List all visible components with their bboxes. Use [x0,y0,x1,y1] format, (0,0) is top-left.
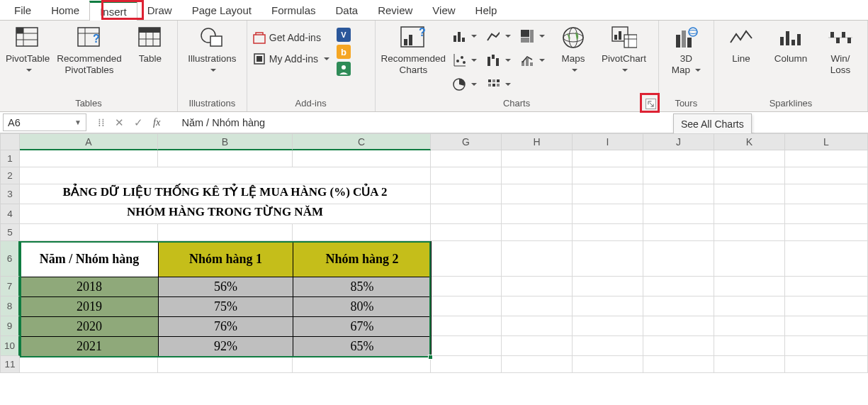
tab-help[interactable]: Help [466,1,507,19]
row-header-2[interactable]: 2 [0,167,20,184]
tab-draw[interactable]: Draw [137,1,182,19]
chart-combo-button[interactable] [521,52,545,69]
title-line-2: NHÓM HÀNG TRONG TỪNG NĂM [20,204,431,224]
chart-treemap-button[interactable] [521,28,545,45]
illustrations-button[interactable]: Illustrations [188,25,236,76]
enter-icon[interactable]: ✓ [134,117,143,128]
cell-B6[interactable]: Nhóm hàng 1 [159,242,293,277]
chart-pie-button[interactable] [453,76,477,93]
svg-rect-49 [497,79,500,82]
svg-rect-16 [254,35,265,43]
col-header-I[interactable]: I [573,133,643,150]
sparkline-line-button[interactable]: Line [720,25,762,65]
sparkline-line-icon [728,25,754,50]
worksheet-grid[interactable]: A B C G H I J K L 1 2 3BẢNG DỮ LIỆU THỐN… [0,133,868,373]
col-header-H[interactable]: H [502,133,573,150]
my-addins-button[interactable]: My Add-ins [253,50,329,67]
row-header-7[interactable]: 7 [0,277,20,296]
col-header-B[interactable]: B [158,133,293,150]
name-box[interactable]: A6 ▼ [3,113,86,131]
cancel-icon[interactable]: ✕ [115,117,124,128]
cell-B9[interactable]: 76% [159,317,293,337]
col-header-K[interactable]: K [714,133,785,150]
row-header-6[interactable]: 6 [0,241,20,277]
row-header-9[interactable]: 9 [0,316,20,336]
cell-B10[interactable]: 92% [159,337,293,357]
col-header-L[interactable]: L [785,133,868,150]
svg-rect-48 [492,79,495,82]
group-label-charts: Charts [381,98,653,110]
chart-surface-button[interactable] [487,76,511,93]
chart-column-button[interactable] [453,28,477,45]
row-header-4[interactable]: 4 [0,204,20,224]
combo-chart-icon [521,54,534,67]
tab-home[interactable]: Home [41,1,89,19]
col-header-C[interactable]: C [293,133,431,150]
row-header-3[interactable]: 3 [0,184,20,204]
row-header-1[interactable]: 1 [0,150,20,167]
cell-C10[interactable]: 65% [293,337,432,357]
svg-text:?: ? [419,26,426,38]
chart-line-button[interactable] [487,28,511,45]
surface-icon [487,78,500,91]
svg-point-53 [563,28,583,48]
tab-formulas[interactable]: Formulas [261,1,326,19]
cell-A8[interactable]: 2019 [21,297,159,317]
cell-B7[interactable]: 56% [159,277,293,297]
sparkline-winloss-button[interactable]: Win/Loss [819,25,862,76]
maps-button[interactable]: Maps [552,25,594,76]
cell-A10[interactable]: 2021 [21,337,159,357]
col-header-J[interactable]: J [643,133,714,150]
cell-C9[interactable]: 67% [293,317,432,337]
tab-data[interactable]: Data [325,1,368,19]
cell-C8[interactable]: 80% [293,297,432,317]
cell-B8[interactable]: 75% [159,297,293,317]
col-header-G[interactable]: G [431,133,502,150]
addins-icon [253,52,266,65]
row-header-11[interactable]: 11 [0,356,20,373]
svg-rect-67 [780,37,784,45]
cell-A6[interactable]: Năm / Nhóm hàng [21,242,159,277]
tab-file[interactable]: File [4,1,41,19]
formula-content[interactable]: Năm / Nhóm hàng [169,117,868,128]
group-sparklines: Line Column Win/Loss Sparklines [714,21,868,111]
select-all-corner[interactable] [0,133,20,150]
svg-rect-59 [624,35,637,48]
row-header-5[interactable]: 5 [0,224,20,241]
cell-A7[interactable]: 2018 [21,277,159,297]
charts-dialog-launcher[interactable] [646,99,656,109]
cell-C6[interactable]: Nhóm hàng 2 [293,242,432,277]
recommended-charts-icon: ? [400,25,426,50]
recommended-charts-button[interactable]: ? RecommendedCharts [381,25,446,76]
chart-waterfall-button[interactable] [487,52,511,69]
sort-icon[interactable]: ⁞⁞ [98,117,105,128]
col-header-A[interactable]: A [20,133,158,150]
cell-A9[interactable]: 2020 [21,317,159,337]
group-label-addins: Add-ins [253,98,369,110]
bing-icon[interactable]: b [337,45,351,59]
row-header-8[interactable]: 8 [0,296,20,316]
sparkline-column-button[interactable]: Column [770,25,812,65]
sparkline-column-icon [778,25,804,50]
table-button[interactable]: Table [129,25,171,65]
tab-insert[interactable]: Insert [89,1,137,21]
tooltip-see-all-charts: See All Charts [673,113,752,135]
get-addins-button[interactable]: Get Add-ins [253,29,329,46]
tab-page-layout[interactable]: Page Layout [182,1,261,19]
pivottable-button[interactable]: PivotTable [6,25,50,76]
people-icon[interactable] [337,62,351,76]
cell-C7[interactable]: 85% [293,277,432,297]
ribbon-tabs: File Home Insert Draw Page Layout Formul… [0,0,868,20]
fx-icon[interactable]: fx [153,116,160,128]
chart-scatter-button[interactable] [453,52,477,69]
visio-icon[interactable]: V [337,28,351,42]
group-illustrations: Illustrations Illustrations [178,21,247,111]
3d-map-button[interactable]: 3DMap [665,25,707,76]
pivotchart-button[interactable]: PivotChart [602,25,646,76]
tab-view[interactable]: View [422,1,465,19]
recommended-pivottables-button[interactable]: ? RecommendedPivotTables [57,25,122,76]
row-header-10[interactable]: 10 [0,336,20,356]
name-box-dropdown-icon[interactable]: ▼ [74,118,81,126]
tab-review[interactable]: Review [368,1,422,19]
data-table: Năm / Nhóm hàng Nhóm hàng 1 Nhóm hàng 2 … [20,241,432,357]
